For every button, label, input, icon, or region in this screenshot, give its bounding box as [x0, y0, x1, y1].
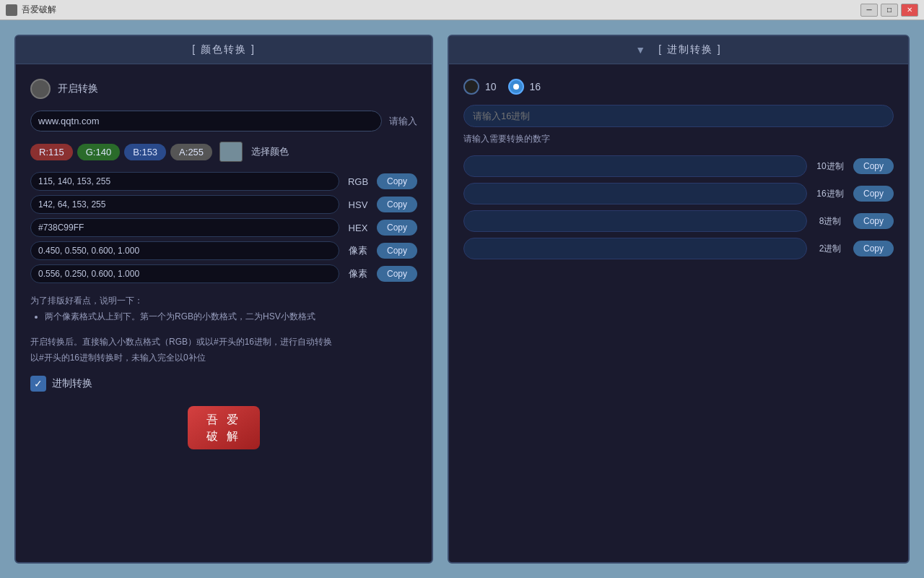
octal-result-field[interactable]: [463, 210, 807, 232]
hex-row: HEX Copy: [30, 218, 417, 237]
main-area: [ 颜色转换 ] 开启转换 请输入 R:115 G:140 B:153 A:25…: [0, 20, 924, 578]
blue-channel-btn[interactable]: B:153: [124, 144, 166, 160]
color-conversion-panel: [ 颜色转换 ] 开启转换 请输入 R:115 G:140 B:153 A:25…: [14, 35, 433, 564]
pixel-hsv-field[interactable]: [30, 264, 339, 283]
hex-input-field[interactable]: [463, 105, 894, 127]
pixel-rgb-row: 像素 Copy: [30, 241, 417, 260]
radio-10-circle: [463, 79, 479, 95]
red-channel-btn[interactable]: R:115: [30, 144, 73, 160]
pixel-hsv-label: 像素: [345, 267, 371, 280]
checkbox-row: ✓ 进制转换: [30, 376, 417, 392]
titlebar: 吾爱破解 ─ □ ✕: [0, 0, 924, 20]
hsv-row: HSV Copy: [30, 195, 417, 214]
input-hint: 请输入: [389, 115, 417, 128]
green-channel-btn[interactable]: G:140: [77, 144, 120, 160]
left-panel-title: [ 颜色转换 ]: [192, 43, 256, 56]
radio-16-circle: [508, 79, 524, 95]
toggle-row: 开启转换: [30, 79, 417, 99]
radio-16-label: 16: [530, 81, 541, 92]
hsv-label: HSV: [345, 199, 371, 210]
hex-result-copy-btn[interactable]: Copy: [853, 186, 894, 202]
radio-10[interactable]: 10: [463, 79, 497, 95]
pixel-rgb-copy-btn[interactable]: Copy: [377, 243, 417, 259]
checkbox-icon[interactable]: ✓: [30, 376, 46, 392]
pixel-rgb-label: 像素: [345, 244, 371, 257]
left-panel-header: [ 颜色转换 ]: [16, 36, 432, 64]
decimal-label: 10进制: [813, 160, 847, 173]
minimize-button[interactable]: ─: [860, 4, 878, 17]
window-controls: ─ □ ✕: [860, 4, 918, 17]
enable-toggle[interactable]: [30, 79, 51, 99]
select-color-label: 选择颜色: [251, 145, 289, 158]
brand-button[interactable]: 吾 爱 破 解: [188, 406, 260, 449]
close-button[interactable]: ✕: [901, 4, 918, 17]
radio-row: 10 16: [463, 79, 894, 95]
dropdown-arrow-icon: ▼: [635, 44, 647, 56]
binary-result-row: 2进制 Copy: [463, 238, 894, 259]
radio-10-label: 10: [485, 81, 497, 92]
radio-16[interactable]: 16: [508, 79, 541, 95]
decimal-copy-btn[interactable]: Copy: [853, 158, 894, 174]
base-conversion-panel: ▼ [ 进制转换 ] 10 16 请输入需要转换的数字: [448, 35, 910, 564]
note-text-2: 开启转换后。直接输入小数点格式（RGB）或以#开头的16进制，进行自动转换 以#…: [30, 335, 417, 366]
right-panel-header: ▼ [ 进制转换 ]: [449, 36, 908, 64]
toggle-label: 开启转换: [58, 82, 98, 95]
rgb-row: RGB Copy: [30, 172, 417, 191]
rgb-copy-btn[interactable]: Copy: [377, 173, 417, 189]
right-panel-title: [ 进制转换 ]: [658, 43, 722, 56]
app-title: 吾爱破解: [22, 4, 860, 16]
pixel-hsv-row: 像素 Copy: [30, 264, 417, 283]
hsv-value-field[interactable]: [30, 195, 339, 214]
color-buttons-row: R:115 G:140 B:153 A:255 选择颜色: [30, 142, 417, 162]
pixel-hsv-copy-btn[interactable]: Copy: [377, 266, 417, 282]
binary-copy-btn[interactable]: Copy: [853, 241, 894, 256]
color-swatch: [219, 142, 243, 162]
binary-result-field[interactable]: [463, 238, 807, 259]
url-input[interactable]: [30, 111, 382, 131]
app-icon: [6, 4, 17, 16]
note-item-1: 两个像素格式从上到下。第一个为RGB的小数格式，二为HSV小数格式: [45, 309, 417, 325]
rgb-label: RGB: [345, 176, 371, 187]
hex-result-field[interactable]: [463, 183, 807, 204]
hex-result-row: 16进制 Copy: [463, 183, 894, 204]
octal-label: 8进制: [813, 215, 847, 228]
hex-value-field[interactable]: [30, 218, 339, 237]
hex-label: HEX: [345, 223, 371, 233]
hint-text: 请输入需要转换的数字: [463, 133, 894, 145]
decimal-result-row: 10进制 Copy: [463, 155, 894, 177]
checkbox-label: 进制转换: [52, 377, 92, 390]
pixel-rgb-field[interactable]: [30, 241, 339, 260]
right-panel-body: 10 16 请输入需要转换的数字 10进制 Copy 16进制 Copy: [449, 64, 908, 562]
hsv-copy-btn[interactable]: Copy: [377, 197, 417, 212]
maximize-button[interactable]: □: [881, 4, 898, 17]
decimal-result-field[interactable]: [463, 155, 807, 177]
hex-copy-btn[interactable]: Copy: [377, 220, 417, 236]
binary-label: 2进制: [813, 243, 847, 255]
rgb-value-field[interactable]: [30, 172, 339, 191]
octal-copy-btn[interactable]: Copy: [853, 213, 894, 229]
left-panel-body: 开启转换 请输入 R:115 G:140 B:153 A:255 选择颜色 RG…: [16, 64, 432, 548]
hex-result-label: 16进制: [813, 188, 847, 200]
alpha-channel-btn[interactable]: A:255: [170, 144, 212, 160]
note-text: 为了排版好看点，说明一下： 两个像素格式从上到下。第一个为RGB的小数格式，二为…: [30, 293, 417, 324]
octal-result-row: 8进制 Copy: [463, 210, 894, 232]
